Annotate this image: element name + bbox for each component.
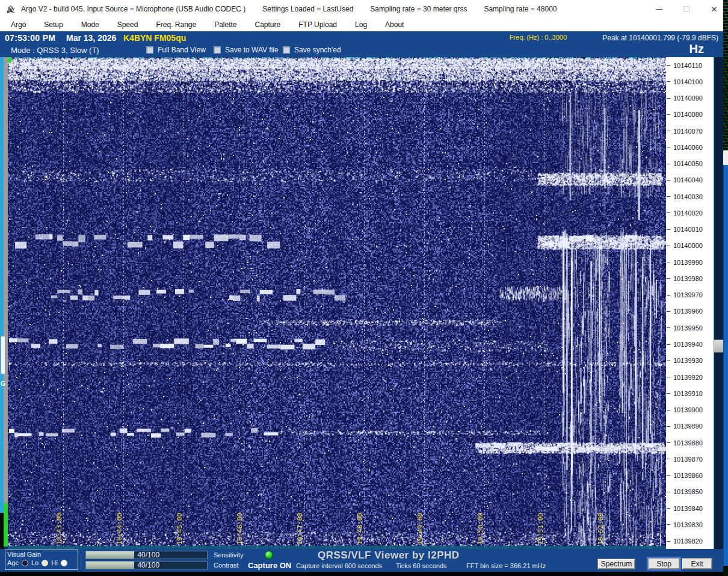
tick-mark xyxy=(667,377,670,377)
frequency-scale-label: 10139930 xyxy=(666,357,714,365)
frequency-scale-label: 10139920 xyxy=(666,373,714,381)
menu-item[interactable]: Argo xyxy=(11,20,35,29)
sampling-mode-text: Sampling rate = 30 meter qrss xyxy=(370,5,467,13)
contrast-value: 40/100 xyxy=(137,562,159,569)
mode-readout: Mode : QRSS 3, Slow (T) xyxy=(11,46,99,55)
visual-gain-label: Visual Gain xyxy=(7,551,76,558)
peak-readout: Peak at 10140001.799 (-79.9 dBFS) xyxy=(602,34,718,42)
freq-offset-slider-thumb[interactable] xyxy=(714,339,724,353)
frequency-scale-label: 10139950 xyxy=(666,324,714,332)
frequency-scale-label: 10140010 xyxy=(666,226,714,234)
frequency-scale-label: 10139960 xyxy=(666,308,714,315)
tick-mark xyxy=(667,327,670,328)
tick-mark xyxy=(667,410,670,410)
menu-item[interactable]: Mode xyxy=(81,20,109,29)
agc-label: Agc xyxy=(7,559,19,566)
menu-item[interactable]: Log xyxy=(355,20,377,29)
frequency-scale-label: 10139840 xyxy=(666,504,714,512)
frequency-scale-label: 10140020 xyxy=(666,209,714,217)
tick-mark xyxy=(667,311,670,312)
capture-led-icon xyxy=(265,551,273,559)
menu-item[interactable]: Palette xyxy=(214,20,246,29)
frequency-scale-label: 10140090 xyxy=(666,94,714,102)
frequency-scale: 10140110 10140100 10140090 10140080 1014… xyxy=(666,57,714,549)
lo-label: Lo xyxy=(31,559,39,566)
maximize-icon xyxy=(683,6,689,12)
menu-item[interactable]: Setup xyxy=(44,20,72,29)
lo-radio[interactable] xyxy=(42,560,48,566)
exit-button[interactable]: Exit xyxy=(682,558,712,569)
menu-item[interactable]: About xyxy=(385,20,413,29)
agc-radio[interactable] xyxy=(22,560,28,566)
tick-mark xyxy=(667,114,670,115)
fft-bin-label: FFT bin size = 366.21 mHz xyxy=(466,562,546,569)
contrast-slider[interactable]: 40/100 xyxy=(85,561,208,569)
menu-item[interactable]: Capture xyxy=(255,20,291,29)
tick-mark xyxy=(667,212,670,213)
checkbox-icon xyxy=(283,46,290,54)
frequency-scale-label: 10139990 xyxy=(666,258,714,266)
status-bar: Visual Gain Agc Lo Hi 40/100 40/100 Sens… xyxy=(0,549,728,572)
frequency-scale-label: 10139940 xyxy=(666,341,714,348)
left-slider-sliver xyxy=(1,336,5,374)
minimize-icon xyxy=(656,9,662,10)
callsign-locator: K4BYN FM05qu xyxy=(123,33,186,43)
frequency-scale-label: 10140070 xyxy=(666,127,714,135)
sensitivity-slider[interactable]: 40/100 xyxy=(85,551,208,559)
frequency-scale-label: 10139880 xyxy=(666,439,714,447)
frequency-scale-label: 10140080 xyxy=(666,111,714,119)
freq-offset-slider-track[interactable] xyxy=(714,57,724,549)
tick-mark xyxy=(667,508,670,509)
checkbox-save-wav[interactable]: Save to WAV file xyxy=(214,46,279,54)
minimize-button[interactable] xyxy=(645,0,673,18)
frequency-scale-label: 10139860 xyxy=(666,472,714,480)
tick-mark xyxy=(667,98,670,99)
argo-window: Argo V2 - build 045, Input Source = Micr… xyxy=(0,0,728,576)
visual-gain-group: Visual Gain Agc Lo Hi xyxy=(5,550,78,570)
frequency-scale-label: 10140040 xyxy=(666,176,714,184)
checkbox-full-band-view[interactable]: Full Band View xyxy=(146,46,206,54)
tick-mark xyxy=(667,426,670,427)
tick-mark xyxy=(667,229,670,230)
clock-time: 07:53:00 PM xyxy=(5,33,55,43)
main-area: G 10140110 10140100 10140090 10140080 xyxy=(0,57,728,549)
frequency-scale-label: 10139830 xyxy=(666,521,714,528)
frequency-scale-label: 10140060 xyxy=(666,143,714,151)
bottom-border xyxy=(0,572,728,576)
frequency-scale-label: 10139820 xyxy=(666,537,714,545)
frequency-scale-label: 10140110 xyxy=(666,61,714,69)
right-edge-sliver xyxy=(723,0,728,576)
frequency-scale-label: 10140030 xyxy=(666,193,714,200)
stop-button[interactable]: Stop xyxy=(648,558,680,569)
frequency-scale-label: 10140100 xyxy=(666,78,714,85)
tick-mark xyxy=(667,344,670,345)
settings-loaded-text: Settings Loaded = LastUsed xyxy=(262,5,353,13)
hi-radio[interactable] xyxy=(61,560,67,566)
sensitivity-label: Sensitivity xyxy=(214,551,244,559)
frequency-scale-label: 10139850 xyxy=(666,488,714,496)
scale-unit-label: Hz xyxy=(689,42,704,56)
tick-mark xyxy=(667,164,670,164)
capture-status: Capture ON xyxy=(248,561,291,570)
frequency-scale-label: 10139970 xyxy=(666,291,714,299)
checkbox-icon xyxy=(146,46,153,54)
hi-label: Hi xyxy=(51,559,57,566)
ticks-label: Ticks 60 seconds xyxy=(396,562,447,569)
tick-mark xyxy=(667,393,670,394)
tick-mark xyxy=(667,541,670,542)
menu-item[interactable]: FTP Upload xyxy=(298,20,347,29)
tick-mark xyxy=(667,492,670,492)
app-title: QRSS/VLF Viewer by I2PHD xyxy=(318,550,460,562)
menu-item[interactable]: Speed xyxy=(117,20,148,29)
tick-mark xyxy=(667,131,670,131)
tick-mark xyxy=(667,459,670,459)
maximize-button[interactable] xyxy=(673,0,700,18)
tick-mark xyxy=(667,65,670,66)
close-icon: ✕ xyxy=(711,5,718,14)
spectrum-button[interactable]: Spectrum xyxy=(597,559,635,569)
menu-item[interactable]: Freq. Range xyxy=(156,20,206,29)
checkbox-save-synched[interactable]: Save synch'ed xyxy=(283,46,341,54)
sampling-rate-text: Sampling rate = 48000 xyxy=(484,5,557,13)
tick-mark xyxy=(667,180,670,181)
waterfall-display[interactable] xyxy=(8,57,666,549)
